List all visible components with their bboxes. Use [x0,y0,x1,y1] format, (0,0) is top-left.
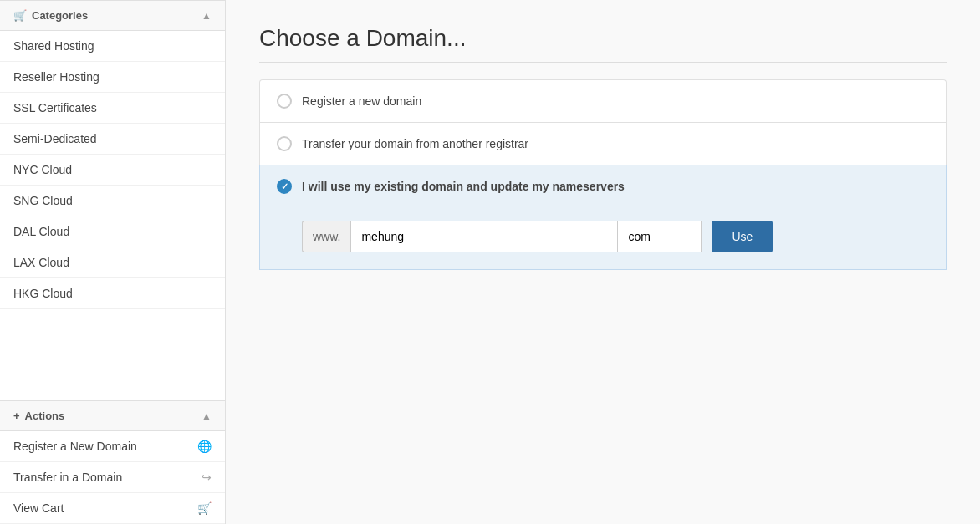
categories-section-header: 🛒 Categories ▲ [0,0,225,31]
actions-header-left: + Actions [13,410,64,422]
transfer-icon: ↪ [202,471,212,484]
sidebar-item-hkg-cloud[interactable]: HKG Cloud [0,278,225,309]
register-option-label: Register a new domain [302,94,421,108]
actions-label: Actions [25,410,65,422]
existing-option-label: I will use my existing domain and update… [302,180,625,193]
ssl-certificates-label: SSL Certificates [13,101,97,114]
sidebar-item-nyc-cloud[interactable]: NYC Cloud [0,155,225,186]
actions-chevron-icon[interactable]: ▲ [202,410,212,422]
sidebar-item-lax-cloud[interactable]: LAX Cloud [0,247,225,278]
sidebar-item-dal-cloud[interactable]: DAL Cloud [0,216,225,247]
sidebar-item-register-domain[interactable]: Register a New Domain 🌐 [0,431,225,462]
www-prefix: www. [302,221,350,252]
page-title: Choose a Domain... [259,25,947,63]
sidebar-item-shared-hosting[interactable]: Shared Hosting [0,31,225,62]
sidebar-item-sng-cloud[interactable]: SNG Cloud [0,186,225,216]
categories-list: Shared Hosting Reseller Hosting SSL Cert… [0,31,225,309]
actions-section-header: + Actions ▲ [0,400,225,431]
sidebar-item-reseller-hosting[interactable]: Reseller Hosting [0,62,225,93]
nyc-cloud-label: NYC Cloud [13,163,72,176]
actions-list: Register a New Domain 🌐 Transfer in a Do… [0,431,225,524]
categories-header-left: 🛒 Categories [13,9,88,22]
domain-input-area: www. Use [259,207,947,270]
semi-dedicated-label: Semi-Dedicated [13,132,97,145]
dal-cloud-label: DAL Cloud [13,225,69,238]
actions-plus-icon: + [13,410,20,422]
hkg-cloud-label: HKG Cloud [13,287,73,300]
domain-options: Register a new domain Transfer your doma… [259,79,947,270]
transfer-domain-label: Transfer in a Domain [13,471,122,484]
cart-icon: 🛒 [197,501,212,515]
radio-existing[interactable] [277,179,292,194]
radio-transfer[interactable] [277,136,292,151]
globe-icon: 🌐 [197,440,212,453]
categories-label: Categories [32,9,88,22]
view-cart-label: View Cart [13,501,64,515]
lax-cloud-label: LAX Cloud [13,256,69,269]
sidebar-item-ssl-certificates[interactable]: SSL Certificates [0,93,225,124]
sng-cloud-label: SNG Cloud [13,194,73,207]
sidebar-item-view-cart[interactable]: View Cart 🛒 [0,493,225,524]
radio-register[interactable] [277,94,292,109]
domain-input-row: www. Use [302,221,929,252]
sidebar: 🛒 Categories ▲ Shared Hosting Reseller H… [0,0,226,524]
domain-option-transfer[interactable]: Transfer your domain from another regist… [259,122,947,165]
main-content: Choose a Domain... Register a new domain… [226,0,980,524]
shared-hosting-label: Shared Hosting [13,39,94,53]
domain-option-register[interactable]: Register a new domain [259,79,947,122]
transfer-option-label: Transfer your domain from another regist… [302,137,528,150]
cart-icon: 🛒 [13,9,27,22]
domain-option-existing[interactable]: I will use my existing domain and update… [259,165,947,207]
reseller-hosting-label: Reseller Hosting [13,70,100,84]
categories-chevron-icon[interactable]: ▲ [202,10,212,22]
sidebar-item-transfer-domain[interactable]: Transfer in a Domain ↪ [0,462,225,493]
sidebar-item-semi-dedicated[interactable]: Semi-Dedicated [0,124,225,155]
domain-ext-input[interactable] [618,221,702,252]
domain-text-input[interactable] [350,221,618,252]
register-domain-label: Register a New Domain [13,440,137,453]
use-button[interactable]: Use [712,221,773,252]
